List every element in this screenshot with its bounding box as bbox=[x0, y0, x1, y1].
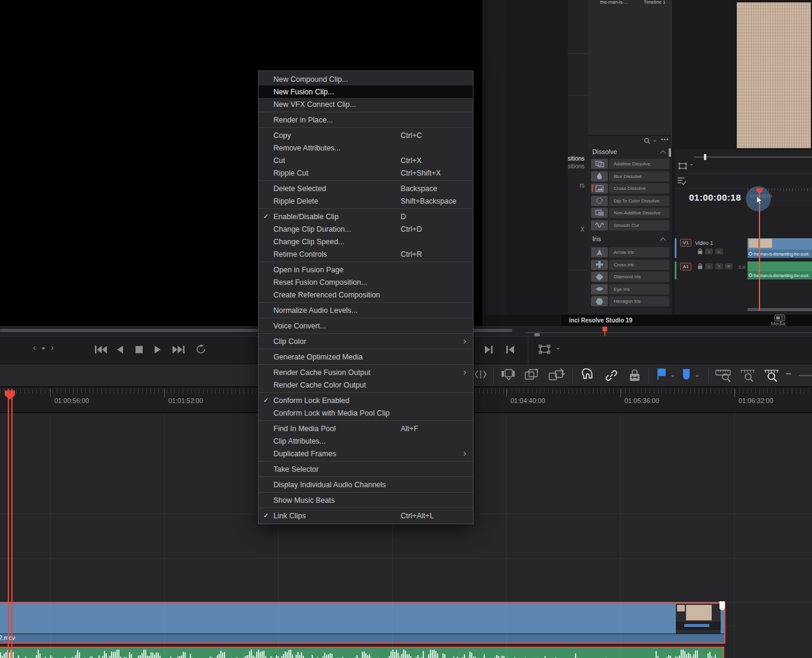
transition-item-additive-dissolve[interactable]: Additive Dissolve bbox=[591, 159, 669, 169]
menu-item-duplicated-frames[interactable]: Duplicated Frames› bbox=[259, 447, 473, 460]
menu-item-voice-convert[interactable]: Voice Convert... bbox=[259, 319, 473, 332]
menu-item-conform-lock-with-media-pool-clip[interactable]: Conform Lock with Media Pool Clip bbox=[259, 407, 473, 419]
track-v1-name[interactable]: Video 1 bbox=[695, 240, 713, 246]
zoom-out-icon[interactable]: – bbox=[786, 368, 791, 380]
playhead-line[interactable] bbox=[8, 389, 13, 658]
menu-item-conform-lock-enabled[interactable]: ✓Conform Lock Enabled bbox=[259, 394, 473, 407]
scrollbar-horizontal[interactable] bbox=[748, 308, 812, 311]
play-reverse-button[interactable] bbox=[116, 345, 124, 354]
track-v1-chip[interactable]: V1 bbox=[680, 239, 691, 247]
media-pool-timeline-name[interactable]: Timeline 1 bbox=[644, 0, 666, 5]
transform-box-icon[interactable] bbox=[539, 345, 550, 354]
effects-section-header-dissolve[interactable]: Dissolve bbox=[592, 148, 617, 155]
lock-icon[interactable] bbox=[697, 263, 703, 269]
chevron-down-icon[interactable]: ⌄ bbox=[653, 137, 657, 143]
menu-item-delete-selected[interactable]: Delete SelectedBackspace bbox=[259, 182, 473, 195]
timeline-zoom-slider[interactable] bbox=[694, 156, 812, 158]
menu-item-generate-optimized-media[interactable]: Generate Optimized Media bbox=[259, 350, 473, 363]
collapse-chevron-icon[interactable] bbox=[660, 238, 666, 244]
menu-item-new-fusion-clip[interactable]: New Fusion Clip... bbox=[259, 85, 473, 98]
zoom-full-extent-icon[interactable] bbox=[715, 368, 732, 383]
clip-trim-handle[interactable] bbox=[719, 601, 725, 610]
solo-icon[interactable]: S bbox=[715, 263, 723, 269]
menu-item-enable-disable-clip[interactable]: ✓Enable/Disable ClipD bbox=[259, 210, 473, 223]
flag-icon[interactable] bbox=[657, 368, 666, 380]
sidebar-item-generators[interactable]: rs bbox=[568, 182, 585, 189]
menu-item-link-clips[interactable]: ✓Link ClipsCtrl+Alt+L bbox=[259, 509, 473, 522]
transition-item-arrow-iris[interactable]: Arrow Iris bbox=[591, 247, 669, 257]
chevron-down-icon[interactable]: ⌄ bbox=[694, 371, 700, 379]
jog-right-icon[interactable]: › bbox=[51, 343, 54, 352]
go-to-end-button[interactable] bbox=[172, 345, 185, 354]
next-edit-button[interactable] bbox=[484, 345, 493, 354]
linked-selection-icon[interactable] bbox=[604, 368, 619, 383]
zoom-slider[interactable] bbox=[799, 375, 812, 376]
search-icon[interactable] bbox=[644, 137, 651, 144]
menu-item-clip-color[interactable]: Clip Color› bbox=[259, 335, 473, 348]
playhead-head[interactable] bbox=[4, 390, 16, 400]
menu-item-change-clip-duration[interactable]: Change Clip Duration...Ctrl+D bbox=[259, 223, 473, 235]
transition-item-hexagon-iris[interactable]: Hexagon Iris bbox=[591, 296, 669, 306]
mini-playhead-head[interactable] bbox=[756, 187, 763, 194]
sidebar-item-audio-transitions[interactable]: nsitions bbox=[568, 163, 585, 170]
menu-item-render-cache-color-output[interactable]: Render Cache Color Output bbox=[259, 379, 473, 391]
menu-item-display-individual-audio-channels[interactable]: Display Individual Audio Channels bbox=[259, 478, 473, 491]
menu-item-ripple-cut[interactable]: Ripple CutCtrl+Shift+X bbox=[259, 167, 473, 179]
place-on-top-icon[interactable] bbox=[524, 368, 540, 382]
auto-track-selector-icon[interactable]: 〈〉 bbox=[705, 248, 713, 254]
lock-icon[interactable] bbox=[697, 248, 703, 254]
menu-item-remove-attributes[interactable]: Remove Attributes... bbox=[259, 142, 473, 154]
jog-left-icon[interactable]: ‹ bbox=[33, 343, 36, 352]
mute-icon[interactable]: M bbox=[725, 263, 733, 269]
effects-section-header-iris[interactable]: Iris bbox=[592, 235, 601, 242]
scrub-playhead-pin[interactable] bbox=[602, 327, 608, 336]
jog-dot-icon[interactable]: ● bbox=[42, 345, 45, 351]
track-a1-chip[interactable]: A1 bbox=[680, 263, 691, 270]
scrollbar-thumb[interactable] bbox=[669, 148, 671, 157]
transition-item-blur-dissolve[interactable]: Blur Dissolve bbox=[591, 171, 669, 182]
transition-item-eye-iris[interactable]: Eye Iris bbox=[591, 284, 669, 294]
menu-item-change-clip-speed[interactable]: Change Clip Speed... bbox=[259, 235, 473, 248]
transition-item-smooth-cut[interactable]: Smooth Cut bbox=[591, 220, 669, 230]
transition-item-diamond-iris[interactable]: Diamond Iris bbox=[591, 272, 669, 282]
menu-item-render-cache-fusion-output[interactable]: Render Cache Fusion Output› bbox=[259, 366, 473, 379]
menu-item-reset-fusion-composition[interactable]: Reset Fusion Composition... bbox=[259, 276, 473, 288]
chevron-down-icon[interactable]: ⌄ bbox=[689, 160, 694, 167]
loop-button[interactable] bbox=[195, 344, 207, 355]
mini-audio-clip[interactable]: the-man-is-dismantling-the-sock bbox=[748, 262, 812, 279]
menu-item-copy[interactable]: CopyCtrl+C bbox=[259, 129, 473, 142]
video-clip-selected[interactable]: 2.mov bbox=[0, 602, 725, 644]
previous-edit-button[interactable] bbox=[506, 345, 515, 354]
zoom-detail-icon[interactable] bbox=[739, 368, 756, 383]
scrub-bar[interactable] bbox=[525, 332, 812, 333]
menu-item-take-selector[interactable]: Take Selector bbox=[259, 463, 473, 475]
mini-video-clip[interactable]: the-man-is-dismantling-the-sock bbox=[748, 238, 812, 258]
swap-clips-icon[interactable] bbox=[548, 368, 565, 382]
menu-item-create-referenced-composition[interactable]: Create Referenced Composition bbox=[259, 288, 473, 301]
chevron-down-icon[interactable]: ⌄ bbox=[670, 371, 675, 379]
video-enable-icon[interactable]: ▭ bbox=[715, 248, 723, 254]
menu-item-retime-controls[interactable]: Retime ControlsCtrl+R bbox=[259, 248, 473, 260]
transition-item-non-additive-dissolve[interactable]: Non-Additive Dissolve bbox=[591, 208, 669, 218]
stop-button[interactable] bbox=[135, 345, 143, 354]
menu-item-clip-attributes[interactable]: Clip Attributes... bbox=[259, 435, 473, 447]
menu-item-new-compound-clip[interactable]: New Compound Clip... bbox=[259, 73, 473, 85]
dynamic-trim-icon[interactable] bbox=[474, 368, 487, 380]
zoom-custom-icon[interactable] bbox=[763, 368, 780, 383]
transition-item-dip-to-color-dissolve[interactable]: Dip To Color Dissolve bbox=[591, 196, 669, 206]
sidebar-item-video-transitions[interactable]: nsitions bbox=[568, 155, 585, 162]
position-lock-icon[interactable] bbox=[628, 368, 641, 383]
sidebar-item-fx[interactable]: X bbox=[568, 226, 585, 233]
menu-item-find-in-media-pool[interactable]: Find In Media PoolAlt+F bbox=[259, 422, 473, 435]
menu-item-normalize-audio-levels[interactable]: Normalize Audio Levels... bbox=[259, 304, 473, 316]
menu-item-open-in-fusion-page[interactable]: Open in Fusion Page bbox=[259, 263, 473, 276]
menu-item-show-music-beats[interactable]: Show Music Beats bbox=[259, 494, 473, 506]
select-clips-icon[interactable] bbox=[500, 368, 516, 382]
audio-clip-selected[interactable]: 2.mov bbox=[0, 647, 724, 658]
snapping-magnet-icon[interactable] bbox=[580, 368, 595, 383]
timeline-options-icon[interactable] bbox=[677, 177, 687, 185]
play-button[interactable] bbox=[153, 345, 162, 354]
chevron-down-icon[interactable]: ⌄ bbox=[555, 343, 561, 351]
collapse-chevron-icon[interactable] bbox=[660, 150, 666, 156]
menu-item-ripple-delete[interactable]: Ripple DeleteShift+Backspace bbox=[259, 195, 473, 207]
